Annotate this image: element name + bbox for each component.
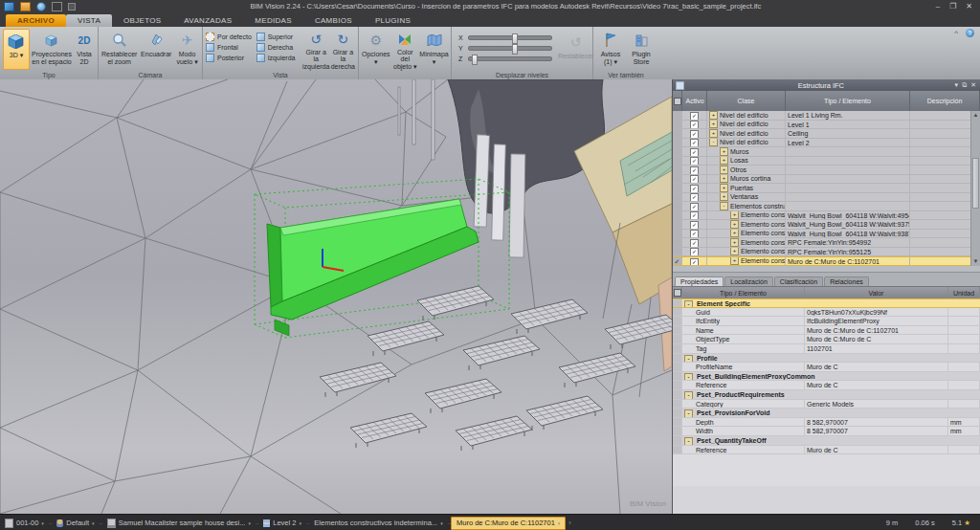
tab-plugins[interactable]: PLUGINS (364, 14, 422, 27)
property-row[interactable]: ProfileName Muro de C (673, 363, 980, 372)
status-item[interactable]: Default ▾ (52, 519, 99, 527)
expander-icon[interactable]: - (709, 139, 718, 147)
section-expander-icon[interactable]: - (684, 373, 693, 381)
status-item[interactable]: Samuel Macalister sample house desi... ▾ (102, 519, 256, 528)
encuadrar-button[interactable]: Encuadrar (139, 29, 173, 70)
status-item[interactable]: Elementos constructivos indetermina... ▾ (309, 519, 447, 527)
help-icon[interactable]: ? (966, 29, 974, 37)
slider-y[interactable] (468, 46, 552, 51)
property-row[interactable]: Guid 0gksT8Hun07xXuKjbc99Nf (673, 308, 980, 318)
props-header-tipo[interactable]: Tipo / Elemento (682, 287, 805, 298)
dropdown-arrow-icon[interactable]: ▾ (440, 520, 443, 526)
panel-close-icon[interactable]: ✕ (970, 81, 976, 89)
tree-header-descripcion[interactable]: Descripción (910, 91, 980, 111)
app-logo-icon[interactable] (4, 2, 14, 11)
property-section-row[interactable]: - Pset_ProvisionForVoid (673, 409, 980, 418)
tab-medidas[interactable]: MEDIDAS (243, 14, 303, 27)
active-checkbox[interactable]: ✓ (690, 248, 699, 255)
frontal-button[interactable]: Frontal (206, 42, 255, 52)
property-row[interactable]: Reference Muro de C (673, 381, 980, 390)
tree-row[interactable]: ✓ +Nivel del edificio Level 1 (673, 121, 980, 130)
minimapa-button[interactable]: Minimapa ▾ (420, 29, 448, 70)
tree-row[interactable]: ✓ +Elemento construc... RPC Female:YinYi… (673, 238, 980, 248)
expander-icon[interactable]: + (720, 157, 728, 166)
properties-tab[interactable]: Relaciones (824, 276, 869, 286)
expander-icon[interactable]: + (730, 230, 739, 238)
dropdown-arrow-icon[interactable]: ▾ (248, 520, 251, 526)
tree-row[interactable]: ✓ +Puertas (673, 184, 980, 193)
active-checkbox[interactable]: ✓ (690, 166, 699, 174)
expander-icon[interactable]: + (709, 129, 718, 138)
modo-vuelo-button[interactable]: ✈ Modo vuelo ▾ (175, 29, 199, 70)
tree-row[interactable]: ✓ +Elemento construc... Walvit_Hung Bowl… (673, 211, 980, 221)
active-checkbox[interactable]: ✓ (690, 139, 699, 146)
status-chevron-icon[interactable]: › (566, 519, 573, 526)
active-checkbox[interactable]: ✓ (690, 211, 699, 219)
section-expander-icon[interactable]: - (684, 300, 693, 307)
property-row[interactable]: Name Muro de C:Muro de C:1102701 (673, 326, 980, 336)
property-row[interactable]: IfcEntity IfcBuildingElementProxy (673, 317, 980, 326)
superior-button[interactable]: Superior (256, 32, 301, 41)
active-checkbox[interactable]: ✓ (690, 185, 699, 192)
slider-x-thumb[interactable] (512, 33, 518, 44)
tree-row[interactable]: ✓ +Nivel del edificio Ceiling (673, 129, 980, 139)
tree-row[interactable]: ✓ +Muros cortina (673, 175, 980, 185)
property-row[interactable]: Reference Muro de C (673, 446, 980, 455)
tab-vista[interactable]: VISTA (66, 14, 112, 27)
tree-row[interactable]: ✓ +Elemento construc... Walvit_Hung Bowl… (673, 220, 980, 230)
active-checkbox[interactable]: ✓ (690, 203, 699, 210)
expander-icon[interactable]: + (730, 248, 739, 256)
close-button[interactable]: ✕ (966, 2, 972, 11)
tree-header-clase[interactable]: Clase (707, 91, 786, 111)
property-row[interactable]: Width 8 582,970007 mm (673, 427, 980, 436)
tree-row[interactable]: ✓ -Nivel del edificio Level 2 (673, 139, 980, 148)
properties-tab[interactable]: Propiedades (675, 276, 724, 286)
section-expander-icon[interactable]: - (684, 391, 693, 399)
maximize-button[interactable]: ❐ (949, 2, 956, 11)
dropdown-arrow-icon[interactable]: ▾ (41, 520, 44, 526)
tree-row[interactable]: ✓ +Otros (673, 166, 980, 175)
plugin-store-button[interactable]: Plugin Store (627, 29, 656, 70)
property-section-row[interactable]: - Pset_ProductRequirements (673, 390, 980, 400)
section-expander-icon[interactable]: - (684, 437, 693, 445)
expander-icon[interactable]: + (730, 211, 739, 220)
collapse-ribbon-icon[interactable]: ^ (954, 29, 958, 37)
panel-float-icon[interactable]: ⧉ (962, 81, 967, 89)
restablecer-zoom-button[interactable]: Restablecer el zoom (101, 29, 137, 70)
properties-tab[interactable]: Clasificación (774, 276, 823, 286)
scrollbar-thumb[interactable] (972, 158, 979, 210)
active-checkbox[interactable]: ✓ (690, 121, 699, 128)
por-defecto-button[interactable]: Por defecto (206, 32, 255, 41)
slider-x[interactable] (468, 35, 552, 40)
expander-icon[interactable]: + (720, 193, 728, 202)
expander-icon[interactable]: + (730, 257, 739, 265)
slider-z-thumb[interactable] (472, 55, 478, 65)
avisos-button[interactable]: Avisos (1) ▾ (596, 29, 625, 70)
active-checkbox[interactable]: ✓ (690, 148, 699, 156)
tree-row[interactable]: ✓ +Elemento construc... RPC Female:YinYi… (673, 248, 980, 257)
property-row[interactable]: Tag 1102701 (673, 344, 980, 354)
property-row[interactable]: Category Generic Models (673, 400, 980, 409)
vista-2d-button[interactable]: 2D Vista 2D (74, 29, 95, 70)
tab-avanzadas[interactable]: AVANZADAS (172, 14, 243, 27)
section-expander-icon[interactable]: - (684, 355, 693, 363)
derecha-button[interactable]: Derecha (256, 42, 301, 52)
tree-row[interactable]: ✓ +Nivel del edificio Level 1 Living Rm. (673, 111, 980, 121)
expander-icon[interactable]: + (709, 111, 718, 120)
color-objeto-button[interactable]: Color del objeto ▾ (392, 29, 418, 70)
tree-row[interactable]: ✓ +Ventanas (673, 193, 980, 203)
expander-icon[interactable]: + (730, 238, 739, 247)
record-icon[interactable] (36, 2, 46, 11)
property-row[interactable]: Depth 8 582,970007 mm (673, 418, 980, 428)
active-checkbox[interactable]: ✓ (690, 221, 699, 229)
property-section-row[interactable]: - Profile (673, 354, 980, 364)
properties-tab[interactable]: Localización (724, 276, 773, 286)
status-item[interactable]: Muro de C:Muro de C:1102701 ▾ (451, 517, 566, 530)
opciones-button[interactable]: ⚙ Opciones ▾ (362, 29, 390, 70)
view-3d-button[interactable]: 3D ▾ (3, 29, 30, 70)
tab-objetos[interactable]: OBJETOS (112, 14, 172, 27)
active-checkbox[interactable]: ✓ (690, 130, 699, 138)
expander-icon[interactable]: + (720, 184, 728, 192)
tree-row[interactable]: ✓ -Elementos constructi... (673, 202, 980, 211)
active-checkbox[interactable]: ✓ (690, 258, 699, 265)
